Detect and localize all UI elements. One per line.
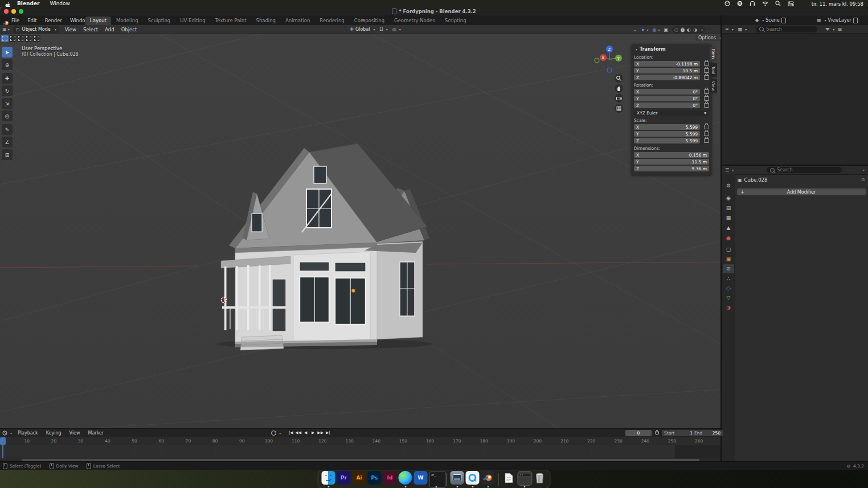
dock-item-finder[interactable] bbox=[322, 471, 335, 487]
dock-item-indesign[interactable]: Id bbox=[383, 471, 397, 487]
play-reverse-button[interactable]: ◀ bbox=[302, 430, 309, 435]
lock-icon[interactable] bbox=[704, 75, 709, 80]
lock-icon[interactable] bbox=[704, 138, 709, 143]
annotate-tool-button[interactable]: ✎ bbox=[2, 124, 13, 135]
workspace-tab-modeling[interactable]: Modeling bbox=[112, 17, 143, 25]
outliner-options-icon[interactable]: ⊞ bbox=[838, 27, 842, 32]
breadcrumb-object-name[interactable]: Cube.028 bbox=[744, 177, 768, 183]
properties-tab-tool[interactable]: ⚙ bbox=[723, 181, 734, 190]
start-frame-field[interactable]: Start 1 bbox=[662, 430, 695, 436]
select-extend-button[interactable] bbox=[9, 35, 17, 42]
workspace-tab-uv-editing[interactable]: UV Editing bbox=[175, 17, 210, 25]
selectability-dropdown[interactable]: ⌄ bbox=[633, 27, 637, 32]
mode-selector[interactable]: ▢ Object Mode ▾ bbox=[13, 26, 59, 33]
pin-icon[interactable]: ⊙ bbox=[861, 177, 865, 182]
outliner-filter-button[interactable]: ▾ bbox=[825, 27, 834, 31]
dimensions-z-field[interactable]: Z9.36 m bbox=[634, 166, 709, 171]
workspace-tab-scripting[interactable]: Scripting bbox=[440, 17, 471, 25]
lock-icon[interactable] bbox=[704, 68, 709, 73]
timeline-menu-keying[interactable]: Keying bbox=[46, 430, 62, 436]
select-subtract-button[interactable] bbox=[17, 35, 24, 42]
snap-toggle[interactable]: Ω▾ bbox=[380, 27, 388, 32]
workspace-tab-sculpting[interactable]: Sculpting bbox=[144, 17, 175, 25]
menubar-clock[interactable]: tir. 11. mars kl. 09:58 bbox=[812, 1, 863, 7]
timeline-menu-marker[interactable]: Marker bbox=[88, 430, 104, 436]
topbar-menu-render[interactable]: Render bbox=[45, 18, 62, 23]
topbar-menu-file[interactable]: File bbox=[11, 18, 19, 23]
shading-material-button[interactable]: ◐ bbox=[687, 27, 691, 32]
scale-x-field[interactable]: X5.599 bbox=[634, 124, 700, 130]
timeline-menu-playback[interactable]: Playback bbox=[18, 430, 38, 436]
timeline-menu-view[interactable]: View bbox=[69, 430, 80, 436]
select-intersect-button[interactable] bbox=[25, 35, 32, 42]
viewport-menu-select[interactable]: Select bbox=[83, 27, 98, 32]
workspace-tab-rendering[interactable]: Rendering bbox=[315, 17, 349, 25]
proportional-editing-toggle[interactable]: ◎▾ bbox=[392, 27, 401, 32]
rotation-y-field[interactable]: Y0° bbox=[634, 96, 700, 101]
properties-tab-modifiers[interactable]: ⚙ bbox=[723, 264, 734, 273]
control-center-icon[interactable] bbox=[788, 1, 794, 6]
next-keyframe-button[interactable]: ▶▶ bbox=[317, 430, 324, 435]
location-x-field[interactable]: X-0.1198 m bbox=[634, 61, 700, 67]
prev-keyframe-button[interactable]: ◀◀ bbox=[295, 430, 301, 435]
npanel-tab-view[interactable]: View bbox=[710, 79, 717, 93]
outliner-search-input[interactable]: Search bbox=[756, 26, 817, 32]
properties-tab-particles[interactable]: ∴ bbox=[723, 274, 734, 283]
properties-tab-world[interactable]: ● bbox=[723, 233, 734, 243]
options-button[interactable]: Options ▾ bbox=[695, 35, 724, 41]
dock-item-document[interactable] bbox=[502, 471, 516, 487]
rotate-tool-button[interactable]: ↻ bbox=[2, 85, 13, 96]
zoom-view-button[interactable] bbox=[615, 74, 623, 83]
jump-end-button[interactable]: ▶| bbox=[325, 430, 331, 435]
lock-icon[interactable] bbox=[704, 89, 709, 94]
shading-rendered-button[interactable]: ◑ bbox=[693, 27, 697, 32]
dock-item-dark-window[interactable] bbox=[518, 471, 531, 487]
dock-item-terminal[interactable]: >_ bbox=[429, 471, 443, 487]
select-box-tool-button[interactable]: ➤ bbox=[2, 47, 13, 58]
navigation-gizmo[interactable]: Z X Y bbox=[593, 42, 625, 74]
dock-item-trash[interactable] bbox=[533, 471, 547, 487]
timeline-tracks[interactable] bbox=[0, 445, 720, 458]
properties-tab-render[interactable]: ◉ bbox=[723, 194, 734, 203]
add-workspace-button[interactable]: + bbox=[361, 18, 366, 23]
properties-search-input[interactable]: Search bbox=[767, 167, 842, 173]
workspace-tab-compositing[interactable]: Compositing bbox=[350, 17, 389, 25]
dock-item-edge[interactable] bbox=[399, 471, 412, 487]
dock-item-screenshot[interactable] bbox=[451, 471, 464, 487]
add-cube-tool-button[interactable]: ⊞ bbox=[2, 149, 13, 160]
select-tweak-button[interactable] bbox=[33, 35, 40, 42]
transform-tool-button[interactable]: ◎ bbox=[2, 110, 13, 121]
cursor-tool-button[interactable]: ⊕ bbox=[2, 59, 13, 70]
workspace-tab-geometry-nodes[interactable]: Geometry Nodes bbox=[390, 17, 440, 25]
timeline-editor-type-button[interactable]: ▾ bbox=[2, 430, 12, 436]
viewport-menu-object[interactable]: Object bbox=[121, 27, 137, 32]
overlays-dropdown[interactable]: ◍▾ bbox=[652, 27, 660, 32]
end-frame-field[interactable]: End 250 bbox=[692, 430, 723, 436]
play-forward-button[interactable]: ▶ bbox=[310, 430, 316, 435]
use-preview-range-toggle[interactable] bbox=[654, 430, 660, 435]
properties-tab-output[interactable]: ▤ bbox=[723, 203, 734, 212]
auto-keying-toggle[interactable]: ▾ bbox=[271, 430, 281, 436]
editor-type-button[interactable]: ⊞▾ bbox=[2, 27, 10, 32]
scene-name[interactable]: Scene bbox=[765, 18, 779, 23]
workspace-tab-shading[interactable]: Shading bbox=[251, 17, 280, 25]
properties-editor-type-button[interactable]: ☰▾ bbox=[725, 167, 734, 173]
lock-icon[interactable] bbox=[704, 125, 709, 129]
scale-y-field[interactable]: Y5.599 bbox=[634, 131, 700, 137]
dock-item-word[interactable]: W bbox=[414, 471, 428, 487]
properties-header-caret[interactable]: ▾ bbox=[863, 168, 865, 172]
viewport-menu-add[interactable]: Add bbox=[105, 27, 114, 32]
workspace-tab-layout[interactable]: Layout bbox=[85, 17, 111, 25]
dock-item-quicktime[interactable] bbox=[466, 471, 480, 487]
dock-item-photoshop[interactable]: Ps bbox=[368, 471, 382, 487]
pan-view-button[interactable] bbox=[615, 84, 623, 93]
viewport-menu-view[interactable]: View bbox=[65, 27, 76, 32]
location-z-field[interactable]: Z-0.89042 m bbox=[634, 75, 700, 80]
rotation-z-field[interactable]: Z0° bbox=[634, 102, 700, 108]
npanel-tab-tool[interactable]: Tool bbox=[710, 63, 717, 77]
xray-toggle[interactable]: ▣ bbox=[664, 27, 668, 32]
add-modifier-button[interactable]: + Add Modifier bbox=[737, 188, 866, 195]
properties-tab-scene[interactable]: ▲ bbox=[723, 223, 734, 232]
menubar-item-blender[interactable]: Blender bbox=[17, 1, 39, 6]
dock-item-illustrator[interactable]: Ai bbox=[353, 471, 366, 487]
